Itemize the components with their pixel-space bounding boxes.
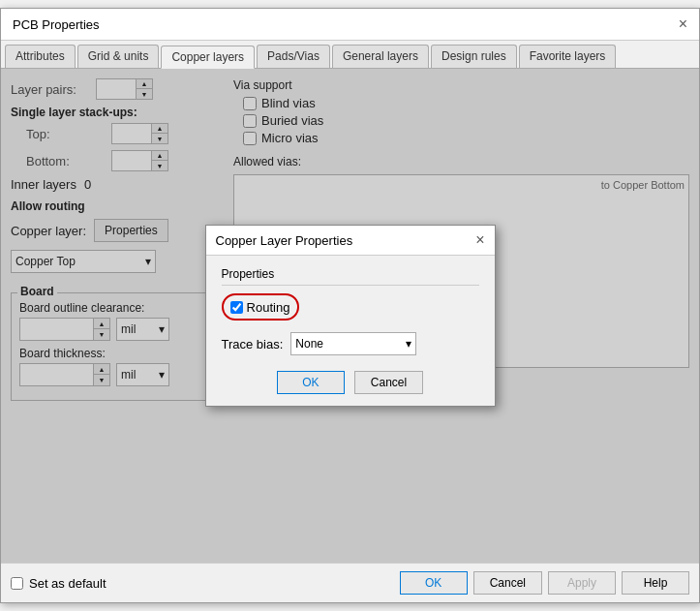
tab-design-rules[interactable]: Design rules xyxy=(431,45,517,68)
trace-bias-chevron-icon: ▾ xyxy=(406,337,411,351)
modal-title: Copper Layer Properties xyxy=(216,233,353,248)
window-title: PCB Properties xyxy=(13,17,100,32)
bottom-bar: Set as default OK Cancel Apply Help xyxy=(1,563,699,602)
tab-grid-units[interactable]: Grid & units xyxy=(77,45,160,68)
window-close-button[interactable]: × xyxy=(679,16,687,32)
apply-button[interactable]: Apply xyxy=(548,571,616,595)
tab-general-layers[interactable]: General layers xyxy=(332,45,429,68)
tab-attributes[interactable]: Attributes xyxy=(5,45,76,68)
modal-properties-section: Properties xyxy=(222,267,479,286)
help-button[interactable]: Help xyxy=(622,571,689,595)
tab-pads-vias[interactable]: Pads/Vias xyxy=(257,45,330,68)
routing-checkbox[interactable] xyxy=(230,301,243,314)
ok-button[interactable]: OK xyxy=(400,571,468,595)
modal-ok-button[interactable]: OK xyxy=(277,371,345,394)
modal-buttons: OK Cancel xyxy=(222,371,479,394)
modal-content: Properties Routing Trace bias: None xyxy=(206,256,495,406)
bottom-right: OK Cancel Apply Help xyxy=(400,571,689,595)
routing-highlight: Routing xyxy=(222,293,299,321)
trace-bias-label: Trace bias: xyxy=(222,337,284,351)
main-content: Layer pairs: 1 ▲ ▼ Single layer stack-up… xyxy=(1,69,699,563)
trace-bias-select[interactable]: None ▾ xyxy=(290,332,416,355)
routing-row: Routing xyxy=(222,293,479,321)
modal-title-bar: Copper Layer Properties × xyxy=(206,226,495,256)
modal-cancel-button[interactable]: Cancel xyxy=(354,371,423,394)
copper-layer-properties-modal: Copper Layer Properties × Properties Rou… xyxy=(205,225,496,407)
set-default-checkbox[interactable] xyxy=(11,577,23,590)
set-default-label: Set as default xyxy=(29,576,107,591)
main-window: PCB Properties × Attributes Grid & units… xyxy=(0,8,700,603)
trace-bias-row: Trace bias: None ▾ xyxy=(222,332,479,355)
trace-bias-value: None xyxy=(295,337,323,351)
tab-copper-layers[interactable]: Copper layers xyxy=(161,46,255,69)
modal-overlay: Copper Layer Properties × Properties Rou… xyxy=(1,69,699,563)
tab-bar: Attributes Grid & units Copper layers Pa… xyxy=(1,41,699,69)
bottom-left: Set as default xyxy=(11,576,107,591)
tab-favorite-layers[interactable]: Favorite layers xyxy=(519,45,617,68)
modal-close-button[interactable]: × xyxy=(475,231,484,249)
cancel-button[interactable]: Cancel xyxy=(473,571,542,595)
routing-label: Routing xyxy=(247,300,290,315)
title-bar: PCB Properties × xyxy=(1,9,699,41)
